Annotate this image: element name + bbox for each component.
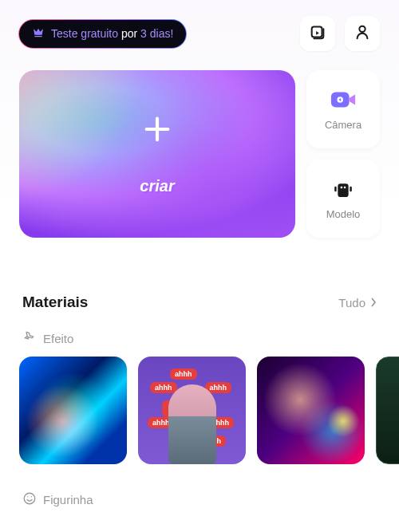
effect-thumb[interactable] xyxy=(376,357,399,464)
effect-header[interactable]: Efeito xyxy=(0,311,399,357)
svg-rect-5 xyxy=(341,186,343,188)
model-icon xyxy=(330,178,357,200)
sticker-label: Figurinha xyxy=(43,493,93,506)
camera-icon xyxy=(330,89,357,111)
smile-icon xyxy=(22,491,37,508)
projects-button[interactable] xyxy=(300,16,335,51)
trial-banner[interactable]: Teste gratuito por 3 dias! xyxy=(19,20,186,48)
plus-icon xyxy=(141,113,173,148)
effect-thumb[interactable] xyxy=(257,357,365,464)
camera-card[interactable]: Câmera xyxy=(306,70,380,148)
svg-point-1 xyxy=(359,26,365,32)
camera-label: Câmera xyxy=(325,119,361,131)
chevron-right-icon xyxy=(370,296,377,309)
profile-button[interactable] xyxy=(345,16,380,51)
svg-point-9 xyxy=(24,493,35,504)
sticker-header[interactable]: Figurinha xyxy=(0,464,399,518)
effect-thumb[interactable]: ahhh ahhh ahhh ahhhh ahhh ahhh ahhh xyxy=(138,357,246,464)
svg-rect-6 xyxy=(344,186,346,188)
projects-icon xyxy=(309,23,326,44)
effect-thumb[interactable] xyxy=(19,357,127,464)
trial-text: Teste gratuito por 3 dias! xyxy=(51,27,173,40)
svg-rect-4 xyxy=(338,183,348,197)
svg-rect-8 xyxy=(350,186,352,191)
effect-label: Efeito xyxy=(43,332,73,345)
materials-title: Materiais xyxy=(22,294,88,311)
crown-icon xyxy=(32,26,45,41)
model-label: Modelo xyxy=(326,208,361,220)
profile-icon xyxy=(354,23,371,44)
pin-icon xyxy=(22,330,37,347)
create-card[interactable]: criar xyxy=(19,70,295,238)
model-card[interactable]: Modelo xyxy=(306,160,380,238)
create-label: criar xyxy=(140,177,174,195)
all-link[interactable]: Tudo xyxy=(338,296,377,309)
effect-thumbnails: ahhh ahhh ahhh ahhhh ahhh ahhh ahhh xyxy=(0,357,399,464)
all-label: Tudo xyxy=(338,296,365,309)
svg-rect-7 xyxy=(334,186,337,191)
